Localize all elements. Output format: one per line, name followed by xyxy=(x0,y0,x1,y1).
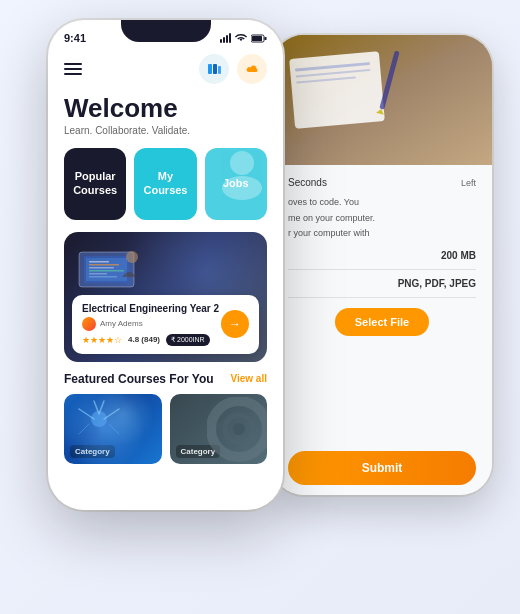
file-types-row: PNG, PDF, JPEG xyxy=(288,278,476,289)
svg-point-21 xyxy=(233,423,245,435)
svg-rect-4 xyxy=(213,64,217,74)
back-content: Seconds Left oves to code. You me on you… xyxy=(272,165,492,348)
svg-rect-15 xyxy=(89,273,107,275)
svg-rect-23 xyxy=(289,51,385,129)
featured-section-header: Featured Courses For You View all xyxy=(64,372,267,386)
svg-rect-2 xyxy=(265,37,267,40)
books-icon-button[interactable] xyxy=(199,54,229,84)
cloud-icon-button[interactable] xyxy=(237,54,267,84)
status-icons xyxy=(220,33,267,43)
back-text-block: oves to code. You me on your computer. r… xyxy=(288,196,476,240)
svg-rect-1 xyxy=(252,36,262,41)
back-text-line-1: oves to code. You xyxy=(288,196,476,209)
svg-rect-3 xyxy=(208,64,212,74)
rating-value: 4.8 (849) xyxy=(128,335,160,344)
select-file-button[interactable]: Select File xyxy=(335,308,429,336)
welcome-title: Welcome xyxy=(64,94,267,123)
seconds-row: Seconds Left xyxy=(288,177,476,188)
back-text-line-2: me on your computer. xyxy=(288,212,476,225)
svg-point-6 xyxy=(230,151,254,175)
jobs-label: Jobs xyxy=(223,177,249,190)
tire-card-bg: Category xyxy=(170,394,268,464)
file-types-value: PNG, PDF, JPEG xyxy=(398,278,476,289)
instructor-avatar xyxy=(82,317,96,331)
view-all-button[interactable]: View all xyxy=(230,373,267,384)
phone-back: Seconds Left oves to code. You me on you… xyxy=(272,35,492,495)
submit-button[interactable]: Submit xyxy=(288,451,476,485)
svg-rect-5 xyxy=(218,66,221,74)
svg-rect-16 xyxy=(89,276,117,278)
back-text-line-3: r your computer with xyxy=(288,227,476,240)
svg-rect-12 xyxy=(89,264,119,266)
divider-1 xyxy=(288,269,476,270)
left-label: Left xyxy=(461,178,476,188)
tire-icon xyxy=(207,397,267,462)
my-courses-label: My Courses xyxy=(134,170,196,196)
rating-stars: ★★★★☆ xyxy=(82,335,122,345)
featured-course-card[interactable]: Electrical Engineering Year 2 Amy Adems … xyxy=(64,232,267,362)
hamburger-menu[interactable] xyxy=(64,63,82,75)
welding-spark xyxy=(74,399,124,439)
welcome-subtitle: Learn. Collaborate. Validate. xyxy=(64,125,267,136)
price-badge: ₹ 2000INR xyxy=(166,334,210,346)
course-info-card: Electrical Engineering Year 2 Amy Adems … xyxy=(72,295,259,354)
file-size-value: 200 MB xyxy=(441,250,476,261)
svg-point-17 xyxy=(126,251,138,263)
instructor-name: Amy Adems xyxy=(100,319,143,328)
status-time: 9:41 xyxy=(64,32,86,44)
battery-icon xyxy=(251,34,267,43)
svg-rect-14 xyxy=(89,270,124,272)
phone-content: Welcome Learn. Collaborate. Validate. Po… xyxy=(48,48,283,510)
signal-icon xyxy=(220,33,231,43)
course-name: Electrical Engineering Year 2 xyxy=(82,303,221,314)
desk-image xyxy=(272,35,492,165)
phone-main: 9:41 xyxy=(48,20,283,510)
my-courses-card[interactable]: My Courses xyxy=(134,148,196,220)
popular-courses-card[interactable]: PopularCourses xyxy=(64,148,126,220)
file-size-row: 200 MB xyxy=(288,250,476,261)
course-meta: ★★★★☆ 4.8 (849) ₹ 2000INR xyxy=(82,334,221,346)
submit-bar: Submit xyxy=(272,441,492,495)
course-arrow-button[interactable]: → xyxy=(221,310,249,338)
popular-courses-label: PopularCourses xyxy=(73,170,117,196)
tire-course-card[interactable]: Category xyxy=(170,394,268,464)
svg-rect-11 xyxy=(89,261,109,263)
divider-2 xyxy=(288,297,476,298)
featured-section-title: Featured Courses For You xyxy=(64,372,214,386)
top-nav xyxy=(64,54,267,84)
seconds-label: Seconds xyxy=(288,177,327,188)
jobs-card[interactable]: Jobs xyxy=(205,148,267,220)
cloud-icon xyxy=(244,62,260,76)
phone-notch xyxy=(121,20,211,42)
laptop-icon xyxy=(74,247,144,297)
featured-grid: Category Category xyxy=(64,394,267,464)
wifi-icon xyxy=(235,33,247,43)
course-info-left: Electrical Engineering Year 2 Amy Adems … xyxy=(82,303,221,346)
instructor-row: Amy Adems xyxy=(82,317,221,331)
welding-course-card[interactable]: Category xyxy=(64,394,162,464)
books-icon xyxy=(206,61,222,77)
nav-icons xyxy=(199,54,267,84)
phone-back-top-image xyxy=(272,35,492,165)
category-cards: PopularCourses My Courses Jobs xyxy=(64,148,267,220)
svg-rect-13 xyxy=(89,267,114,269)
